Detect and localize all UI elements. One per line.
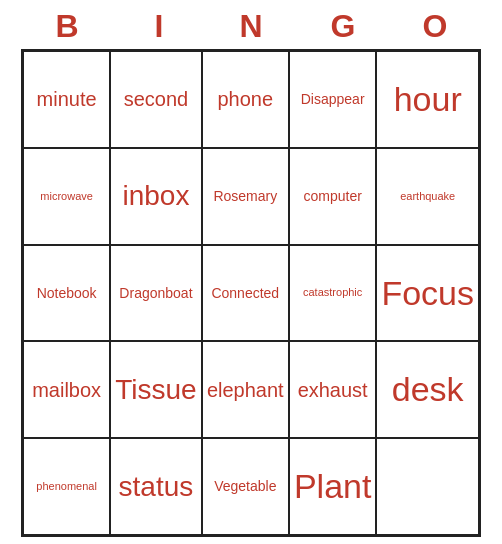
bingo-cell-text-r4-c1: status [119, 470, 194, 504]
bingo-cell-r3-c3[interactable]: exhaust [289, 341, 377, 438]
bingo-header: BINGO [21, 0, 481, 49]
bingo-cell-text-r0-c1: second [124, 87, 189, 111]
bingo-cell-r4-c3[interactable]: Plant [289, 438, 377, 535]
header-letter-B: B [23, 8, 111, 45]
bingo-cell-r0-c1[interactable]: second [110, 51, 201, 148]
bingo-cell-r1-c2[interactable]: Rosemary [202, 148, 289, 245]
header-letter-N: N [207, 8, 295, 45]
bingo-cell-r2-c2[interactable]: Connected [202, 245, 289, 342]
bingo-cell-r3-c0[interactable]: mailbox [23, 341, 110, 438]
bingo-cell-text-r4-c0: phenomenal [36, 480, 97, 493]
bingo-grid: minutesecondphoneDisappearhourmicrowavei… [21, 49, 481, 537]
bingo-cell-text-r1-c1: inbox [122, 179, 189, 213]
bingo-cell-r0-c0[interactable]: minute [23, 51, 110, 148]
bingo-cell-text-r0-c2: phone [217, 87, 273, 111]
bingo-cell-text-r2-c3: catastrophic [303, 286, 362, 299]
bingo-cell-r2-c0[interactable]: Notebook [23, 245, 110, 342]
bingo-cell-r1-c1[interactable]: inbox [110, 148, 201, 245]
bingo-cell-r0-c4[interactable]: hour [376, 51, 479, 148]
bingo-cell-text-r1-c4: earthquake [400, 190, 455, 203]
bingo-cell-text-r3-c3: exhaust [298, 378, 368, 402]
bingo-cell-r1-c4[interactable]: earthquake [376, 148, 479, 245]
bingo-cell-text-r2-c2: Connected [211, 285, 279, 302]
header-letter-G: G [299, 8, 387, 45]
bingo-cell-text-r2-c1: Dragonboat [119, 285, 192, 302]
header-letter-O: O [391, 8, 479, 45]
bingo-cell-r3-c4[interactable]: desk [376, 341, 479, 438]
bingo-cell-r4-c4[interactable] [376, 438, 479, 535]
bingo-cell-r4-c0[interactable]: phenomenal [23, 438, 110, 535]
bingo-cell-text-r0-c0: minute [37, 87, 97, 111]
bingo-cell-r3-c2[interactable]: elephant [202, 341, 289, 438]
bingo-cell-text-r4-c2: Vegetable [214, 478, 276, 495]
bingo-cell-r4-c2[interactable]: Vegetable [202, 438, 289, 535]
bingo-cell-r2-c3[interactable]: catastrophic [289, 245, 377, 342]
bingo-cell-text-r0-c4: hour [394, 79, 462, 120]
bingo-cell-text-r3-c2: elephant [207, 378, 284, 402]
bingo-cell-r3-c1[interactable]: Tissue [110, 341, 201, 438]
bingo-cell-text-r3-c1: Tissue [115, 373, 196, 407]
bingo-cell-r1-c3[interactable]: computer [289, 148, 377, 245]
bingo-cell-r4-c1[interactable]: status [110, 438, 201, 535]
bingo-cell-text-r2-c0: Notebook [37, 285, 97, 302]
bingo-cell-r2-c4[interactable]: Focus [376, 245, 479, 342]
bingo-cell-r1-c0[interactable]: microwave [23, 148, 110, 245]
bingo-cell-text-r1-c0: microwave [40, 190, 93, 203]
bingo-cell-text-r4-c3: Plant [294, 466, 372, 507]
bingo-cell-text-r3-c4: desk [392, 369, 464, 410]
bingo-cell-r0-c2[interactable]: phone [202, 51, 289, 148]
bingo-cell-text-r2-c4: Focus [381, 273, 474, 314]
bingo-cell-r2-c1[interactable]: Dragonboat [110, 245, 201, 342]
bingo-cell-text-r0-c3: Disappear [301, 91, 365, 108]
bingo-cell-text-r3-c0: mailbox [32, 378, 101, 402]
header-letter-I: I [115, 8, 203, 45]
bingo-cell-text-r1-c3: computer [303, 188, 361, 205]
bingo-cell-r0-c3[interactable]: Disappear [289, 51, 377, 148]
bingo-cell-text-r1-c2: Rosemary [213, 188, 277, 205]
